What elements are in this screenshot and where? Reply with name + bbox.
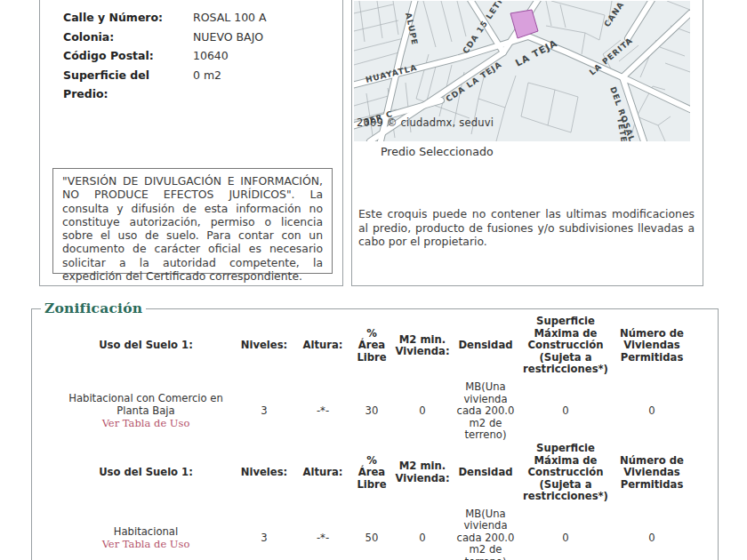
header-densidad: Densidad [454, 311, 518, 380]
table-header-row-2: Uso del Suelo 1: Niveles: Altura: % Área… [57, 443, 690, 503]
header-numero-viviendas: Número de Viviendas Permitidas [614, 443, 690, 503]
field-label: Calle y Número: [63, 8, 193, 28]
cell-densidad: MB(Una vivienda cada 200.0 m2 de terreno… [454, 380, 518, 443]
field-value: 10640 [193, 46, 229, 66]
table-header-row-1: Uso del Suelo 1: Niveles: Altura: % Área… [57, 311, 690, 380]
header-superficie-maxima: Superficie Máxima de Construcción (Sujet… [518, 443, 614, 503]
cell-numero-viviendas: 0 [614, 503, 690, 560]
header-niveles: Niveles: [235, 311, 293, 380]
zonificacion-table: Uso del Suelo 1: Niveles: Altura: % Área… [57, 311, 690, 560]
cell-niveles: 3 [235, 380, 293, 443]
property-info-panel: Calle y Número: ROSAL 100 A Colonia: NUE… [39, 0, 343, 286]
cell-m2-min-vivienda: 0 [391, 380, 454, 443]
field-value: ROSAL 100 A [193, 8, 267, 28]
field-colonia: Colonia: NUEVO BAJO [63, 28, 330, 47]
header-uso-del-suelo: Uso del Suelo 1: [57, 443, 235, 503]
cell-niveles: 3 [235, 503, 293, 560]
zonificacion-section: Zonificación Uso del Suelo 1: Niveles: A… [31, 308, 719, 560]
cell-m2-min-vivienda: 0 [391, 503, 454, 560]
page: Calle y Número: ROSAL 100 A Colonia: NUE… [0, 0, 747, 560]
cell-uso: Habitacional Ver Tabla de Uso [57, 503, 235, 560]
header-area-libre: % Área Libre [352, 443, 391, 503]
cell-densidad: MB(Una vivienda cada 200.0 m2 de terreno… [454, 503, 518, 560]
header-m2-min-vivienda: M2 min. Vivienda: [391, 311, 454, 380]
uso-text: Habitacional con Comercio en Planta Baja [68, 392, 223, 417]
field-value: NUEVO BAJO [193, 28, 263, 47]
cell-superficie-maxima: 0 [518, 503, 614, 560]
header-altura: Altura: [293, 443, 352, 503]
cell-uso: Habitacional con Comercio en Planta Baja… [57, 380, 235, 443]
header-area-libre: % Área Libre [352, 311, 391, 380]
ver-tabla-de-uso-link[interactable]: Ver Tabla de Uso [59, 539, 233, 551]
cell-superficie-maxima: 0 [518, 380, 614, 443]
header-densidad: Densidad [454, 443, 518, 503]
property-fields: Calle y Número: ROSAL 100 A Colonia: NUE… [63, 8, 330, 104]
legal-disclaimer: "VERSIÓN DE DIVULGACIÓN E INFORMACIÓN, N… [52, 168, 333, 274]
header-superficie-maxima: Superficie Máxima de Construcción (Sujet… [518, 311, 614, 380]
cell-area-libre: 50 [352, 503, 391, 560]
field-label: Colonia: [63, 28, 193, 47]
header-uso-del-suelo: Uso del Suelo 1: [57, 311, 235, 380]
map-copyright: 2009 © ciudadmx, seduvi [357, 116, 494, 129]
table-row: Habitacional Ver Tabla de Uso 3 -*- 50 0… [57, 503, 690, 560]
field-superficie-predio: Superficie del Predio: 0 m2 [63, 66, 330, 104]
header-m2-min-vivienda: M2 min. Vivienda: [391, 443, 454, 503]
cell-area-libre: 30 [352, 380, 391, 443]
zonificacion-legend: Zonificación [41, 300, 146, 316]
uso-text: Habitacional [114, 525, 178, 538]
field-codigo-postal: Código Postal: 10640 [63, 46, 330, 66]
cell-numero-viviendas: 0 [614, 380, 690, 443]
cell-altura: -*- [293, 503, 352, 560]
field-value: 0 m2 [193, 66, 221, 104]
table-row: Habitacional con Comercio en Planta Baja… [57, 380, 690, 443]
field-calle-numero: Calle y Número: ROSAL 100 A [63, 8, 330, 28]
selected-parcel-caption: Predio Seleccionado [381, 145, 494, 158]
header-niveles: Niveles: [235, 443, 293, 503]
header-numero-viviendas: Número de Viviendas Permitidas [614, 311, 690, 380]
field-label: Superficie del Predio: [63, 66, 193, 104]
map-panel: ALUPE CDA 15 LETR HUAYATLA CDA LA TEJA L… [351, 0, 703, 286]
field-label: Código Postal: [63, 46, 193, 66]
header-altura: Altura: [293, 311, 352, 380]
cell-altura: -*- [293, 380, 352, 443]
ver-tabla-de-uso-link[interactable]: Ver Tabla de Uso [59, 418, 233, 430]
map-modifications-note: Este croquis puede no contener las ultim… [358, 207, 695, 249]
